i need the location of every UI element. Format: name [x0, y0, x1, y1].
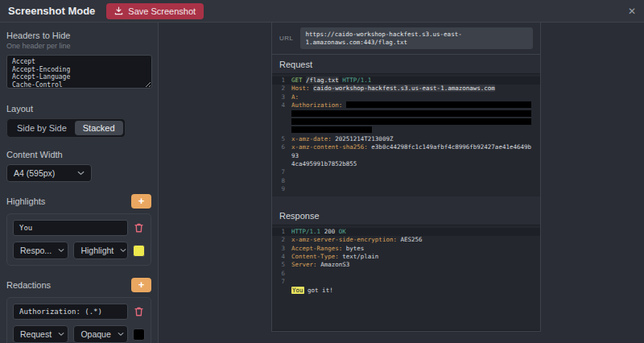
code-line: 4ca495991b7852b855 [272, 160, 540, 168]
code-line [272, 110, 540, 118]
line-number: 7 [275, 278, 285, 286]
line-number: 5 [275, 261, 285, 269]
redactions-label: Redactions [6, 280, 51, 290]
line-number: 7 [275, 168, 285, 176]
chevron-down-icon [58, 248, 64, 253]
chevron-down-icon [58, 332, 64, 337]
headers-to-hide-label: Headers to Hide [6, 31, 151, 40]
line-number: 8 [275, 177, 285, 185]
highlight-mode-select[interactable]: Highlight [73, 242, 128, 259]
code-line: 3Accept-Ranges: bytes [272, 245, 540, 253]
code-line: 1HTTP/1.1 200 OK [272, 228, 540, 236]
code-line: 3A: [272, 93, 540, 101]
code-line: 2x-amz-server-side-encryption: AES256 [272, 236, 540, 244]
redaction-bar [346, 101, 531, 108]
line-number: 5 [275, 135, 285, 143]
line-number [275, 110, 285, 118]
line-number: 1 [275, 228, 285, 236]
delete-highlight-button[interactable] [133, 223, 145, 233]
screenshot-preview-panel: URL https://caido-workshop-hackfest.s3.u… [271, 23, 541, 332]
code-line: 7 [272, 168, 540, 176]
settings-sidebar: Headers to Hide One header per line Acce… [0, 23, 159, 343]
highlight-color-swatch[interactable] [133, 245, 145, 257]
redaction-mode-select[interactable]: Opaque [73, 325, 128, 343]
highlights-label: Highlights [6, 196, 45, 206]
top-bar: Screenshot Mode Save Screenshot ✕ [0, 0, 644, 23]
download-icon [114, 6, 123, 15]
line-number: 9 [275, 185, 285, 193]
request-code-editor: 1GET /flag.txt HTTP/1.12Host: caido-work… [272, 73, 540, 196]
highlight-entry-card: Respo... Highlight [6, 213, 151, 266]
redaction-entry-card: Request Opaque ✓ Group 1 [6, 297, 151, 343]
code-line: You got it! [272, 287, 540, 295]
code-line: 6x-amz-content-sha256: e3b0c44298fc1c149… [272, 143, 540, 160]
layout-toggle: Side by Side Stacked [6, 118, 126, 138]
request-section-title: Request [272, 55, 540, 73]
redaction-bar [291, 110, 531, 117]
code-line: 6 [272, 270, 540, 278]
content-width-select[interactable]: A4 (595px) [6, 164, 92, 182]
code-line: 2Host: caido-workshop-hackfest.s3.us-eas… [272, 85, 540, 93]
code-line [272, 118, 540, 126]
line-number [275, 126, 285, 134]
line-number: 4 [275, 253, 285, 261]
chevron-down-icon [118, 332, 124, 337]
line-number: 1 [275, 76, 285, 85]
code-line: 7 [272, 278, 540, 286]
highlight-mode-value: Highlight [80, 246, 114, 255]
trash-icon [134, 223, 143, 235]
code-line [272, 126, 540, 134]
trash-icon [134, 307, 143, 319]
response-code-editor: 1HTTP/1.1 200 OK2x-amz-server-side-encry… [272, 225, 540, 331]
line-number: 2 [275, 236, 285, 244]
url-label: URL [279, 35, 294, 42]
url-value: https://caido-workshop-hackfest.s3.us-ea… [300, 27, 533, 49]
page-title: Screenshot Mode [8, 5, 95, 17]
line-number: 6 [275, 143, 285, 160]
highlight-chip: You [291, 287, 304, 294]
line-number [275, 160, 285, 168]
line-number: 3 [275, 93, 285, 101]
save-button-label: Save Screenshot [128, 6, 196, 16]
redaction-mode-value: Opaque [80, 329, 110, 339]
save-screenshot-button[interactable]: Save Screenshot [106, 3, 204, 19]
line-number: 3 [275, 245, 285, 253]
response-section-title: Response [272, 206, 540, 225]
highlight-pattern-input[interactable] [13, 220, 128, 236]
redaction-bar [291, 126, 372, 133]
line-number [275, 287, 285, 295]
code-line: 5Server: AmazonS3 [272, 261, 540, 269]
highlight-target-value: Respo... [20, 246, 52, 255]
headers-to-hide-textarea[interactable]: Accept Accept-Encoding Accept-Language C… [6, 55, 152, 89]
highlight-target-select[interactable]: Respo... [13, 242, 68, 259]
add-redaction-button[interactable]: + [131, 278, 151, 292]
code-line: 1GET /flag.txt HTTP/1.1 [272, 76, 540, 85]
chevron-down-icon [77, 171, 85, 176]
code-line: 4Content-Type: text/plain [272, 253, 540, 261]
code-line: 9 [272, 185, 540, 193]
code-line: 4Authorization: [272, 101, 540, 110]
redaction-target-value: Request [20, 329, 52, 339]
layout-option-stacked[interactable]: Stacked [75, 121, 123, 135]
line-number: 6 [275, 270, 285, 278]
line-number: 4 [275, 101, 285, 110]
redaction-target-select[interactable]: Request [13, 325, 68, 343]
close-icon[interactable]: ✕ [628, 6, 636, 16]
redaction-color-swatch[interactable] [133, 329, 145, 341]
code-line: 5x-amz-date: 20251214T213009Z [272, 135, 540, 143]
code-line: 8 [272, 177, 540, 185]
layout-option-side-by-side[interactable]: Side by Side [9, 121, 75, 135]
chevron-down-icon [120, 248, 126, 253]
content-width-value: A4 (595px) [14, 168, 55, 178]
section-gap [272, 196, 540, 206]
layout-label: Layout [6, 104, 151, 114]
delete-redaction-button[interactable] [133, 307, 145, 316]
line-number [275, 118, 285, 126]
content-width-label: Content Width [6, 150, 151, 159]
redaction-bar [291, 118, 531, 125]
redaction-pattern-input[interactable] [13, 304, 128, 320]
add-highlight-button[interactable]: + [131, 194, 151, 209]
url-row: URL https://caido-workshop-hackfest.s3.u… [272, 23, 540, 55]
headers-to-hide-hint: One header per line [6, 42, 151, 50]
line-number: 2 [275, 85, 285, 93]
